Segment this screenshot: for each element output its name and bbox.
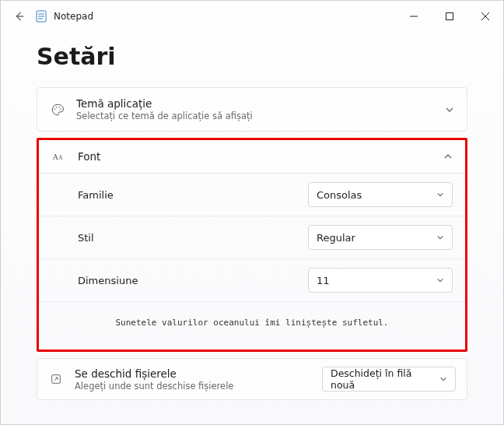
chevron-up-icon (443, 152, 453, 161)
font-size-label: Dimensiune (78, 275, 308, 286)
close-icon (481, 12, 489, 20)
font-family-value: Consolas (317, 189, 436, 201)
files-card[interactable]: Se deschid fișierele Alegeți unde sunt d… (37, 358, 467, 400)
maximize-button[interactable] (432, 1, 467, 32)
window-controls (396, 1, 503, 32)
open-file-icon (48, 373, 64, 385)
chevron-down-icon (436, 191, 444, 198)
maximize-icon (446, 12, 453, 20)
files-title: Se deschid fișierele (75, 367, 322, 380)
font-size-value: 11 (317, 275, 436, 286)
files-open-mode-value: Deschideți în filă nouă (331, 367, 435, 391)
theme-card-header[interactable]: Temă aplicație Selectați ce temă de apli… (37, 88, 467, 131)
font-style-value: Regular (317, 232, 436, 244)
theme-title: Temă aplicație (76, 97, 445, 110)
page-title: Setări (37, 43, 467, 70)
palette-icon (50, 103, 65, 117)
font-style-label: Stil (78, 232, 308, 244)
svg-point-8 (54, 108, 56, 110)
font-preview-text: Sunetele valurilor oceanului îmi liniște… (39, 302, 465, 335)
font-section-highlight: AA Font Familie Consolas (37, 138, 467, 352)
chevron-down-icon (436, 276, 444, 284)
font-family-row: Familie Consolas (39, 174, 465, 216)
chevron-down-icon (445, 105, 454, 114)
arrow-left-icon (14, 11, 25, 22)
font-style-select[interactable]: Regular (308, 225, 453, 250)
app-window: Notepad Setări Temă aplicație Sele (0, 0, 504, 425)
content-area: Setări Temă aplicație Selectați ce temă … (1, 32, 503, 424)
files-open-mode-select[interactable]: Deschideți în filă nouă (322, 367, 456, 392)
theme-subtitle: Selectați ce temă de aplicație să afișaț… (76, 111, 445, 121)
svg-point-11 (60, 108, 61, 110)
close-button[interactable] (467, 1, 503, 32)
svg-point-10 (58, 106, 60, 107)
theme-card[interactable]: Temă aplicație Selectați ce temă de apli… (37, 87, 467, 132)
chevron-down-icon (439, 375, 447, 383)
font-card-body: Familie Consolas Stil Regular Dimensiune (39, 174, 465, 349)
font-family-label: Familie (78, 189, 308, 201)
font-size-select[interactable]: 11 (308, 268, 453, 293)
minimize-button[interactable] (396, 1, 432, 32)
titlebar: Notepad (1, 1, 503, 32)
svg-rect-5 (446, 13, 453, 20)
font-size-row: Dimensiune 11 (39, 259, 465, 302)
svg-text:A: A (58, 154, 63, 161)
svg-point-9 (56, 106, 58, 107)
app-title: Notepad (54, 11, 93, 22)
font-card-header-row[interactable]: AA Font (39, 140, 465, 174)
font-style-row: Stil Regular (39, 216, 465, 259)
minimize-icon (410, 12, 418, 20)
chevron-down-icon (436, 234, 444, 241)
back-button[interactable] (7, 4, 32, 29)
font-title: Font (78, 150, 443, 163)
font-icon: AA (51, 149, 67, 163)
font-family-select[interactable]: Consolas (308, 182, 453, 207)
files-card-header[interactable]: Se deschid fișierele Alegeți unde sunt d… (37, 359, 467, 399)
svg-text:A: A (53, 153, 58, 161)
files-subtitle: Alegeți unde sunt deschise fișierele (75, 381, 322, 392)
notepad-icon (35, 10, 47, 23)
